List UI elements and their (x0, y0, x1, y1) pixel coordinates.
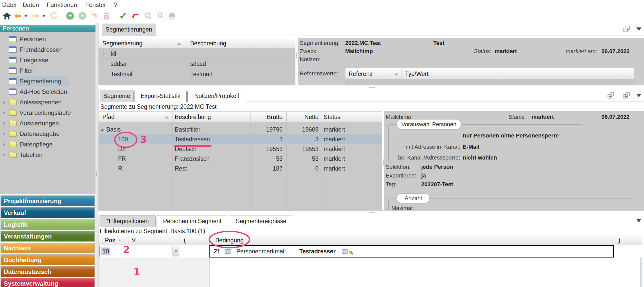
search-open-icon[interactable] (156, 10, 164, 22)
bedingung-cell[interactable]: 21 Personenmerkmal: Testadresser ✎ (209, 245, 614, 258)
column-beschreibung[interactable]: Beschreibung (190, 38, 226, 48)
sidebar-item-anlassspenden[interactable]: Anlassspenden (0, 97, 95, 107)
horizontal-splitter[interactable] (98, 210, 644, 214)
panel-menu-icon[interactable] (636, 27, 641, 31)
module-systemverwaltung[interactable]: Systemverwaltung (1, 278, 95, 287)
tab-segmente[interactable]: Segmente (100, 90, 134, 102)
undo-icon[interactable] (131, 10, 140, 22)
delete-icon[interactable] (102, 10, 111, 22)
scrollbar[interactable] (640, 258, 642, 287)
column-verknuepfung[interactable]: V (132, 235, 136, 245)
sidebar-item-tabellen[interactable]: Tabellen (0, 150, 95, 160)
table-row[interactable]: Basis Basisfilter 19796 19609 markiert (99, 125, 382, 134)
module-verkauf[interactable]: Verkauf (1, 207, 95, 218)
collapse-panel-icon[interactable]: − (608, 92, 614, 99)
anzahl-legend[interactable]: Anzahl (397, 193, 430, 203)
column-segmentierung[interactable]: Segmentierung (102, 38, 142, 48)
forward-menu-icon[interactable] (42, 10, 46, 22)
menu-fenster[interactable]: Fenster (85, 0, 106, 9)
sidebar-item-fremdadressen[interactable]: Fremdadressen (0, 44, 95, 55)
dropdown-caret-icon[interactable]: ▼ (172, 246, 179, 256)
panel-menu-icon[interactable] (636, 94, 641, 97)
column-pos[interactable]: Pos. (105, 235, 117, 245)
toolbar-separator (114, 12, 114, 20)
expand-caret-icon[interactable] (3, 143, 5, 146)
back-menu-icon[interactable] (24, 10, 28, 22)
column-bedingung[interactable]: Bedingung (215, 235, 244, 245)
tab-personen-im-segment[interactable]: Personen im Segment (157, 215, 228, 227)
sidebar-item-segmentierung[interactable]: Segmentierung (0, 76, 95, 86)
search-icon[interactable] (144, 10, 152, 22)
sidebar-item-datenpflege[interactable]: Datenpflege (0, 139, 95, 150)
column-open-paren[interactable]: ( (184, 235, 186, 245)
sidebar-item-adhoc-selektion[interactable]: Ad-Hoc Selektion (0, 86, 95, 97)
column-typ-wert[interactable]: Typ/Wert (405, 68, 429, 79)
sidebar-splitter[interactable] (95, 23, 98, 287)
sidebar-item-personen[interactable]: Personen (0, 34, 95, 44)
table-row[interactable]: sddsa sdasd (99, 59, 295, 69)
home-icon[interactable] (3, 10, 11, 22)
print-icon[interactable] (167, 10, 176, 22)
sidebar-item-ereignisse[interactable]: Ereignisse (0, 55, 95, 65)
add-icon[interactable]: + (66, 10, 74, 22)
table-row-selected[interactable]: 100 Testadressen 3 3 markiert (99, 134, 382, 144)
open-paren-cell[interactable] (180, 246, 209, 257)
module-nachlass[interactable]: Nachlass (1, 243, 95, 253)
segmentierungen-table-header: Segmentierung Beschreibung (99, 38, 295, 49)
module-datenaustausch[interactable]: Datenaustausch (1, 266, 95, 277)
sidebar-header-personen[interactable]: Personen (0, 25, 95, 32)
tab-segmentereignisse[interactable]: Segmentereignisse (229, 215, 293, 227)
column-referenz[interactable]: Referenz (349, 68, 372, 79)
expand-caret-icon[interactable] (3, 122, 5, 125)
column-beschreibung[interactable]: Beschreibung (175, 112, 211, 122)
expand-caret-icon[interactable] (3, 101, 5, 104)
column-status[interactable]: Status (324, 112, 340, 122)
table-row[interactable]: FR Franszösisch 53 53 markiert (99, 154, 382, 164)
tab-export-statistik[interactable]: Export-Statistik (134, 90, 187, 102)
table-row[interactable]: kli (99, 49, 295, 59)
menu-daten[interactable]: Daten (23, 0, 39, 9)
column-pfad[interactable]: Pfad (102, 112, 114, 122)
edit-icon[interactable]: ✎ (91, 10, 99, 22)
collapse-panel-icon[interactable]: − (623, 26, 630, 32)
forward-icon[interactable] (31, 10, 40, 22)
expand-panel-icon[interactable]: + (623, 92, 630, 99)
column-brutto[interactable]: Brutto (247, 112, 283, 122)
expand-caret-icon[interactable] (3, 153, 5, 156)
tab-segmentierungen[interactable]: Segmentierungen (102, 24, 156, 36)
menu-help[interactable]: ? (114, 0, 117, 9)
vorauswahl-legend[interactable]: Vorauswahl Personen (397, 119, 461, 130)
module-veranstaltungen[interactable]: Veranstaltungen (1, 231, 95, 242)
table-lookup-icon[interactable] (342, 249, 348, 254)
menu-funktionen[interactable]: Funktionen (47, 0, 77, 9)
sidebar-item-datenausgabe[interactable]: Datenausgabe (0, 128, 95, 139)
module-buchhaltung[interactable]: Buchhaltung (1, 254, 95, 265)
back-icon[interactable] (13, 10, 22, 22)
apply-icon[interactable]: ✓ (119, 10, 128, 22)
edit-value-icon[interactable]: ✎ (349, 248, 354, 259)
tab-notizen-protokoll[interactable]: Notizen/Protokoll (187, 90, 246, 102)
table-row[interactable]: DE Deutsch 19553 19553 markiert (99, 144, 382, 154)
sort-ascending-icon (118, 239, 121, 241)
column-netto[interactable]: Netto (283, 112, 319, 122)
table-row[interactable]: Testmail Testmail (99, 69, 295, 79)
verknuepfung-dropdown[interactable]: ▼ (129, 246, 180, 257)
tab-filterpositionen[interactable]: *Filterpositionen (100, 215, 156, 227)
refresh-icon[interactable] (49, 10, 58, 22)
table-row[interactable]: R Rest 187 0 markiert (99, 164, 382, 173)
sidebar-item-verarbeitungslaeufe[interactable]: Verarbeitungsläufe (0, 107, 95, 118)
column-close-paren[interactable]: ) (618, 235, 620, 245)
add-copy-icon[interactable]: + (79, 10, 86, 22)
table-lookup-icon[interactable] (225, 249, 230, 254)
menu-datei[interactable]: Datei (2, 0, 16, 9)
panel-menu-icon[interactable] (636, 219, 641, 222)
horizontal-splitter[interactable] (98, 85, 644, 89)
collapse-caret-icon[interactable] (101, 128, 103, 131)
expand-caret-icon[interactable] (3, 132, 5, 135)
sidebar-item-filter[interactable]: Filter (0, 65, 95, 76)
expand-caret-icon[interactable] (3, 111, 5, 114)
sidebar-item-auswertungen[interactable]: Auswertungen (0, 118, 95, 128)
module-projektfinanzierung[interactable]: Projektfinanzierung (1, 195, 95, 206)
pos-cell[interactable]: 10 (99, 246, 128, 257)
module-logistik[interactable]: Logistik (1, 219, 95, 230)
